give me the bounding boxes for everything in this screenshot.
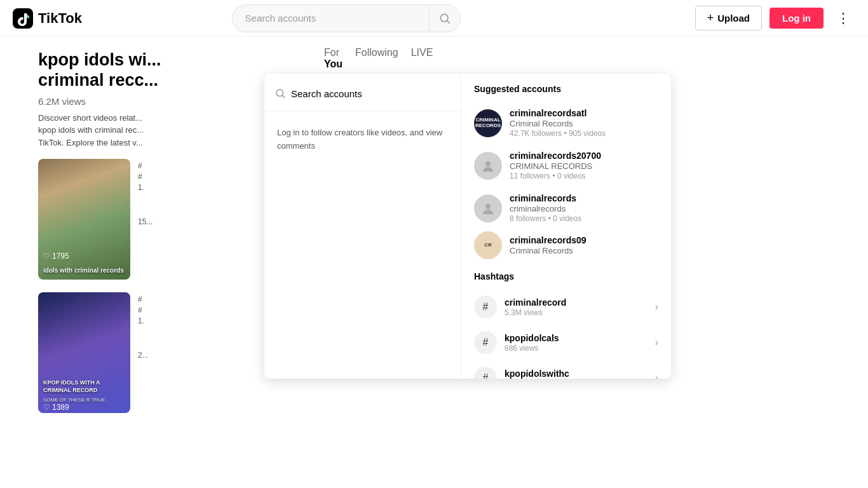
- live-label: LIVE: [411, 47, 433, 58]
- more-options-button[interactable]: ⋮: [831, 8, 855, 29]
- search-button[interactable]: [429, 4, 461, 32]
- upload-label: Upload: [717, 13, 750, 24]
- chevron-icon-3: ›: [655, 372, 658, 379]
- dropdown-left: Search accounts Log in to follow creator…: [264, 74, 461, 379]
- upload-button[interactable]: + Upload: [695, 6, 762, 30]
- header-actions: + Upload Log in ⋮: [695, 6, 855, 30]
- svg-line-4: [282, 95, 284, 97]
- dropdown-search-row: Search accounts: [264, 81, 461, 105]
- video-bg-1: [38, 159, 130, 280]
- hashtag-info-1: criminalrecord 5.3M views: [505, 297, 648, 317]
- hashtag-name-1: criminalrecord: [505, 297, 648, 308]
- heart-icon-2: ♡: [43, 403, 50, 412]
- account-username-criminalrecords: criminalrecords: [510, 193, 658, 203]
- hashtag-name-3: kpopidolswithc: [505, 369, 648, 379]
- account-display-criminalrecords20700: CRIMINAL RECORDS: [510, 161, 658, 171]
- account-display-criminalrecords09: Criminal Records: [510, 246, 658, 255]
- default-avatar-icon-2: [480, 201, 496, 216]
- chevron-icon-1: ›: [655, 301, 658, 313]
- svg-point-5: [485, 161, 491, 166]
- account-item-criminalrecords09[interactable]: CR criminalrecords09 Criminal Records: [461, 229, 671, 261]
- hashtag-item-criminalrecord[interactable]: # criminalrecord 5.3M views ›: [461, 289, 671, 325]
- for-label: For: [324, 47, 342, 58]
- search-input[interactable]: [232, 4, 461, 32]
- search-term-display: Search accounts: [291, 88, 362, 99]
- video-thumb-1[interactable]: idols with criminal records ♡ 1795: [38, 159, 130, 280]
- video-label-2: KPOP IDOLS WITH A CRIMINAL RECORD: [43, 379, 125, 394]
- video-likes-1: ♡ 1795: [43, 252, 69, 261]
- avatar-criminalrecordsatl: CRIMINALRECORDS: [474, 109, 502, 137]
- suggested-accounts-title: Suggested accounts: [461, 84, 671, 102]
- account-info-criminalrecords09: criminalrecords09 Criminal Records: [510, 235, 658, 255]
- header: TikTok + Upload Log in ⋮: [0, 0, 868, 37]
- tab-live[interactable]: LIVE: [411, 47, 433, 78]
- hashtag-views-1: 5.3M views: [505, 308, 648, 317]
- account-stats-criminalrecords: 8 followers • 0 videos: [510, 214, 658, 223]
- tiktok-logo-icon: [13, 8, 33, 29]
- account-info-criminalrecordsatl: criminalrecordsatl Criminal Records 42.7…: [510, 108, 658, 138]
- video-likes-2: ♡ 1389: [43, 403, 69, 412]
- dropdown-right: Suggested accounts CRIMINALRECORDS crimi…: [461, 74, 671, 379]
- account-item-criminalrecords[interactable]: criminalrecords criminalrecords 8 follow…: [461, 187, 671, 229]
- search-icon: [438, 12, 451, 25]
- hashtag-name-2: kpopidolcals: [505, 333, 648, 343]
- hashtags-title: Hashtags: [461, 271, 671, 289]
- suggested-accounts-section: Suggested accounts CRIMINALRECORDS crimi…: [461, 84, 671, 261]
- account-display-criminalrecordsatl: Criminal Records: [510, 119, 658, 128]
- hashtags-section: Hashtags # criminalrecord 5.3M views › #…: [461, 271, 671, 379]
- logo-area: TikTok: [13, 8, 114, 29]
- hashtag-info-3: kpopidolswithc 607 views: [505, 369, 648, 379]
- avatar-criminalrecords: [474, 194, 502, 222]
- account-username-criminalrecords09: criminalrecords09: [510, 235, 658, 245]
- heart-icon-1: ♡: [43, 252, 50, 261]
- avatar-criminalrecords09: CR: [474, 231, 502, 259]
- search-bar: [232, 4, 461, 32]
- search-icon-dropdown: [275, 88, 286, 99]
- login-prompt-text: Log in to follow creators like videos, a…: [277, 126, 448, 153]
- video-thumb-2[interactable]: KPOP IDOLS WITH A CRIMINAL RECORD SOME O…: [38, 292, 130, 413]
- account-username-criminalrecordsatl: criminalrecordsatl: [510, 108, 658, 118]
- hashtag-views-2: 686 views: [505, 344, 648, 353]
- account-display-criminalrecords: criminalrecords: [510, 204, 658, 214]
- account-item-criminalrecords20700[interactable]: criminalrecords20700 CRIMINAL RECORDS 11…: [461, 144, 671, 187]
- login-button[interactable]: Log in: [770, 8, 824, 29]
- hashtag-icon-3: #: [474, 367, 497, 379]
- hashtag-item-kpopidolswithc[interactable]: # kpopidolswithc 607 views ›: [461, 360, 671, 379]
- likes-count-1: 1795: [52, 252, 69, 261]
- video-bg-2: [38, 292, 130, 413]
- hashtag-item-kpopidolcals[interactable]: # kpopidolcals 686 views ›: [461, 325, 671, 360]
- account-stats-criminalrecordsatl: 42.7K followers • 905 videos: [510, 129, 658, 138]
- avatar-criminalrecords20700: [474, 152, 502, 180]
- video-label-1: idols with criminal records: [43, 267, 125, 274]
- divider-1: [264, 111, 461, 111]
- hashtag-icon-2: #: [474, 331, 497, 354]
- account-username-criminalrecords20700: criminalrecords20700: [510, 151, 658, 161]
- plus-icon: +: [707, 11, 714, 25]
- account-info-criminalrecords20700: criminalrecords20700 CRIMINAL RECORDS 11…: [510, 151, 658, 180]
- svg-point-6: [485, 204, 491, 209]
- following-label: Following: [355, 47, 398, 58]
- account-stats-criminalrecords20700: 11 followers • 0 videos: [510, 172, 658, 180]
- tab-following[interactable]: Following: [355, 47, 398, 78]
- account-info-criminalrecords: criminalrecords criminalrecords 8 follow…: [510, 193, 658, 223]
- account-item-criminalrecordsatl[interactable]: CRIMINALRECORDS criminalrecordsatl Crimi…: [461, 102, 671, 144]
- hashtag-info-2: kpopidolcals 686 views: [505, 333, 648, 353]
- tabs-area: For You Following LIVE: [311, 37, 483, 78]
- you-label: You: [324, 58, 342, 70]
- logo-text: TikTok: [38, 10, 82, 27]
- default-avatar-icon: [480, 158, 496, 173]
- hashtag-icon-1: #: [474, 295, 497, 318]
- dropdown-login-prompt: Log in to follow creators like videos, a…: [264, 116, 461, 163]
- tab-for-you[interactable]: For You: [324, 47, 342, 78]
- main-content: For You Following LIVE kpop idols wi...c…: [0, 37, 868, 488]
- search-dropdown: Search accounts Log in to follow creator…: [264, 74, 671, 379]
- likes-count-2: 1389: [52, 403, 69, 412]
- chevron-icon-2: ›: [655, 337, 658, 348]
- video-sublabel-2: SOME OF THESE R TRUE: [43, 397, 125, 403]
- svg-line-2: [447, 20, 450, 23]
